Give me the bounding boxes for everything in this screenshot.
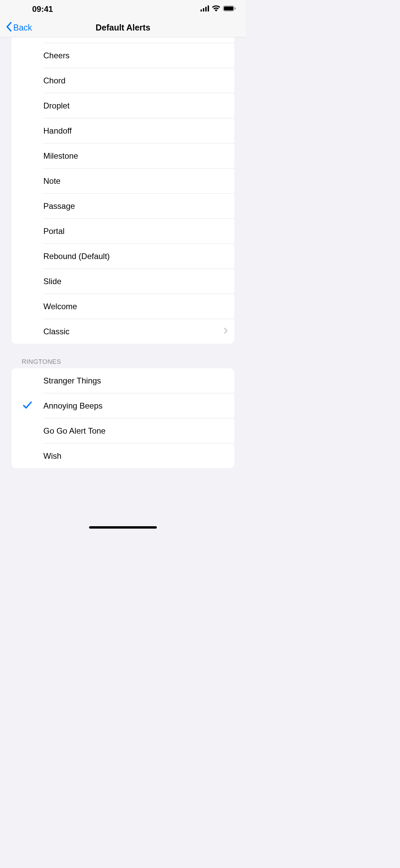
list-item[interactable]: Chord <box>12 68 234 93</box>
alert-tone-label: Rebound (Default) <box>43 252 228 261</box>
list-item[interactable]: Wish <box>12 443 234 468</box>
list-item[interactable]: Note <box>12 169 234 193</box>
chevron-left-icon <box>6 22 12 34</box>
list-item[interactable]: Milestone <box>12 143 234 168</box>
home-indicator[interactable] <box>89 526 157 529</box>
ringtone-label: Annoying Beeps <box>43 401 228 411</box>
status-bar: 09:41 <box>0 0 246 18</box>
list-item-selected[interactable]: Annoying Beeps <box>12 393 234 418</box>
alert-tone-label: Welcome <box>43 302 228 311</box>
list-item[interactable]: Handoff <box>12 118 234 143</box>
svg-rect-0 <box>201 9 202 12</box>
back-button[interactable]: Back <box>6 22 32 34</box>
list-item[interactable]: Welcome <box>12 294 234 319</box>
ringtones-group: Stranger Things Annoying Beeps Go Go Ale… <box>12 368 234 468</box>
ringtone-label: Stranger Things <box>43 376 228 386</box>
alert-tone-label: Chord <box>43 76 228 85</box>
ringtone-label: Go Go Alert Tone <box>43 426 228 436</box>
alert-tone-label: Note <box>43 176 228 186</box>
list-item[interactable]: Passage <box>12 194 234 218</box>
back-label: Back <box>13 23 32 33</box>
alert-tones-group: Cheers Chord Droplet Handoff Milestone N… <box>12 37 234 344</box>
alert-tone-label: Handoff <box>43 126 228 136</box>
alert-tone-label: Milestone <box>43 151 228 161</box>
cellular-icon <box>201 5 209 13</box>
status-icons <box>201 5 236 13</box>
alert-tone-label: Cheers <box>43 51 228 60</box>
svg-rect-3 <box>208 5 209 12</box>
alert-tone-label: Passage <box>43 201 228 211</box>
battery-icon <box>223 5 236 13</box>
list-item[interactable]: Droplet <box>12 93 234 118</box>
alert-tone-label: Classic <box>43 327 224 336</box>
ringtones-section-header: RINGTONES <box>12 344 234 368</box>
svg-rect-2 <box>205 7 207 12</box>
svg-rect-6 <box>235 7 236 9</box>
alert-tone-label: Portal <box>43 226 228 236</box>
alert-tone-label: Droplet <box>43 101 228 111</box>
status-time: 09:41 <box>32 4 53 14</box>
svg-rect-5 <box>224 6 233 11</box>
svg-rect-1 <box>203 8 204 12</box>
chevron-right-icon <box>224 328 228 335</box>
ringtone-label: Wish <box>43 451 228 461</box>
page-title: Default Alerts <box>96 23 150 33</box>
nav-bar: Back Default Alerts <box>0 18 246 37</box>
list-item[interactable]: Stranger Things <box>12 368 234 393</box>
list-item[interactable]: Portal <box>12 219 234 243</box>
checkmark-icon <box>23 401 32 411</box>
classic-item[interactable]: Classic <box>12 319 234 344</box>
alert-tone-label: Slide <box>43 277 228 286</box>
list-item[interactable]: Rebound (Default) <box>12 244 234 269</box>
list-item-partial[interactable] <box>12 37 234 43</box>
list-item[interactable]: Cheers <box>12 43 234 68</box>
list-item[interactable]: Go Go Alert Tone <box>12 418 234 443</box>
list-item[interactable]: Slide <box>12 269 234 294</box>
wifi-icon <box>212 5 220 13</box>
